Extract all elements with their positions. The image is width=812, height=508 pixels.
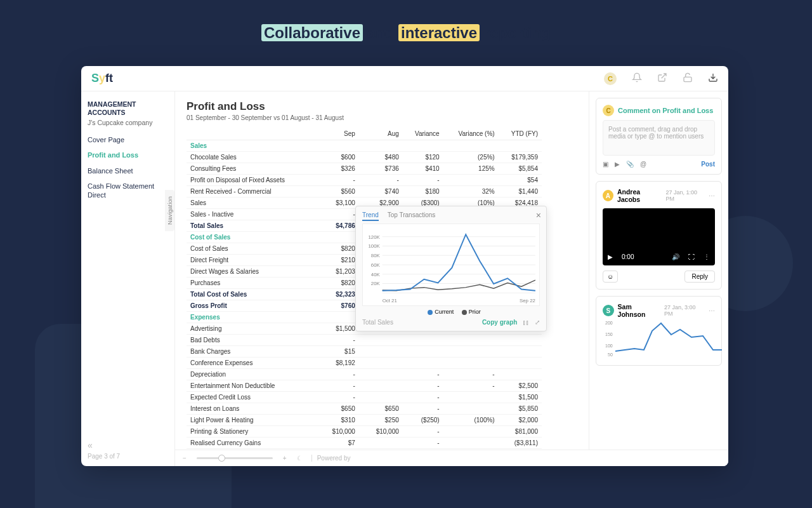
- svg-text:200: 200: [605, 321, 613, 325]
- close-icon[interactable]: ×: [536, 210, 541, 220]
- avatar-c: C: [603, 105, 614, 116]
- svg-rect-0: [684, 77, 691, 81]
- report-title: Profit and Loss: [187, 100, 577, 113]
- svg-text:40K: 40K: [371, 272, 381, 277]
- svg-text:50: 50: [608, 352, 613, 357]
- table-row[interactable]: Depreciation---: [187, 369, 542, 380]
- table-row[interactable]: Interest on Loans$650$650-$5,850: [187, 403, 542, 415]
- external-link-icon[interactable]: [657, 72, 667, 85]
- mention-icon[interactable]: @: [640, 161, 646, 168]
- comments-panel: C Comment on Profit and Loss Post a comm…: [589, 91, 728, 466]
- video-time: 0:00: [622, 253, 634, 260]
- comment-input[interactable]: Post a comment, drag and drop media or t…: [603, 120, 715, 156]
- comment-chart: 200 150 100 50: [603, 318, 723, 358]
- svg-text:100K: 100K: [368, 243, 380, 249]
- comment-user: Sam Johnson: [618, 303, 660, 318]
- expand-icon[interactable]: ⤢: [535, 319, 540, 326]
- table-header: YTD (FY): [499, 128, 542, 140]
- video-attachment[interactable]: ▶ 0:00 🔊 ⛶ ⋮: [603, 208, 715, 265]
- post-button[interactable]: Post: [701, 161, 715, 168]
- comment-card-1: A Andrea Jacobs 27 Jan, 1:00 PM ⋯ ▶ 0:00…: [596, 181, 722, 290]
- svg-text:20K: 20K: [371, 281, 381, 286]
- table-header: Variance: [403, 128, 443, 140]
- collapse-sidebar-icon[interactable]: «: [88, 440, 120, 450]
- sidebar-item-cashflow[interactable]: Cash Flow Statement Direct: [88, 182, 168, 200]
- bottom-bar: − + ☾ Powered by: [175, 450, 728, 466]
- play-icon[interactable]: ▶: [608, 253, 613, 260]
- comment-card-2: S Sam Johnson 27 Jan, 3:00 PM ⋯ 200 150 …: [596, 296, 722, 366]
- sidebar-item-balance[interactable]: Balance Sheet: [88, 166, 168, 175]
- trend-chart: 20K40K60K80K100K120K Oct 21 Sep 22: [362, 224, 540, 306]
- powered-by: Powered by: [311, 455, 351, 462]
- unlock-icon[interactable]: [683, 72, 693, 85]
- tab-top-transactions[interactable]: Top Transactions: [388, 211, 436, 221]
- table-header: Sep: [315, 128, 359, 140]
- copy-graph-button[interactable]: Copy graph: [482, 319, 518, 326]
- table-header: Aug: [359, 128, 403, 140]
- page-headline: Collaborative and interactive reporting: [0, 24, 812, 42]
- navigation-tab[interactable]: Navigation: [165, 190, 174, 231]
- comment-composer: C Comment on Profit and Loss Post a comm…: [596, 98, 722, 175]
- avatar-s: S: [603, 305, 614, 316]
- zoom-out-button[interactable]: −: [183, 455, 187, 462]
- zoom-slider[interactable]: [197, 457, 273, 459]
- logo: Syft: [91, 72, 113, 85]
- table-row[interactable]: Rent Received - Commercial$560$740$18032…: [187, 186, 542, 197]
- table-header: Variance (%): [443, 128, 499, 140]
- date-range: 01 September - 30 September vs 01 August…: [187, 114, 577, 121]
- zoom-in-button[interactable]: +: [283, 455, 287, 462]
- table-row[interactable]: Bank Charges$15: [187, 346, 542, 358]
- video-menu-icon[interactable]: ⋮: [704, 253, 710, 260]
- sidebar-heading: MANAGEMENT ACCOUNTS: [88, 100, 168, 116]
- table-row[interactable]: Bad Debts-: [187, 335, 542, 346]
- more-icon[interactable]: ⋯: [709, 307, 715, 314]
- sidebar-item-pnl[interactable]: Profit and Loss: [88, 150, 168, 159]
- table-row[interactable]: Sales: [187, 140, 542, 152]
- moon-icon[interactable]: ☾: [297, 455, 303, 462]
- table-row[interactable]: Profit on Disposal of Fixed Assets---$54: [187, 175, 542, 186]
- svg-text:80K: 80K: [371, 253, 381, 258]
- main-content: Profit and Loss 01 September - 30 Septem…: [175, 91, 589, 466]
- table-row[interactable]: Chocolate Sales$600$480$120(25%)$179,359: [187, 152, 542, 163]
- popup-footer-label: Total Sales: [362, 319, 393, 326]
- table-row[interactable]: Consulting Fees$326$736$410125%$5,854: [187, 163, 542, 175]
- svg-text:60K: 60K: [371, 262, 381, 268]
- tab-trend[interactable]: Trend: [362, 211, 379, 221]
- appbar: Syft C: [81, 66, 728, 91]
- fullscreen-icon[interactable]: ⛶: [688, 253, 695, 260]
- image-icon[interactable]: ▣: [603, 161, 608, 168]
- comment-header: Comment on Profit and Loss: [618, 107, 713, 114]
- attach-icon[interactable]: 📎: [626, 161, 634, 168]
- svg-text:100: 100: [605, 344, 613, 348]
- table-row[interactable]: Light Power & Heating$310$250($250)(100%…: [187, 415, 542, 426]
- company-name: J's Cupcake company: [88, 119, 168, 126]
- comment-user: Andrea Jacobs: [617, 188, 662, 203]
- avatar-badge[interactable]: C: [604, 72, 617, 85]
- reply-button[interactable]: Reply: [684, 271, 715, 283]
- sidebar-item-cover[interactable]: Cover Page: [88, 135, 168, 144]
- table-row[interactable]: Printing & Stationery$10,000$10,000-$81,…: [187, 426, 542, 438]
- sidebar: MANAGEMENT ACCOUNTS J's Cupcake company …: [81, 91, 175, 466]
- svg-text:Oct 21: Oct 21: [383, 298, 397, 304]
- table-row[interactable]: Conference Expenses$8,192: [187, 358, 542, 369]
- app-window: Syft C MANAGEMENT ACCOUNTS J's Cupcake c…: [81, 66, 728, 466]
- volume-icon[interactable]: 🔊: [672, 253, 679, 260]
- table-row[interactable]: Entertainment Non Deductible---$2,500: [187, 380, 542, 392]
- table-header: [187, 128, 315, 140]
- table-row[interactable]: Expected Credit Loss--$1,500: [187, 392, 542, 403]
- table-row[interactable]: Realised Currency Gains$7-($3,811): [187, 438, 542, 449]
- bell-icon[interactable]: [632, 72, 642, 85]
- comment-time: 27 Jan, 3:00 PM: [664, 304, 705, 317]
- emoji-button[interactable]: ☺: [603, 271, 618, 283]
- svg-text:150: 150: [605, 332, 613, 337]
- chart-legend: Current Prior: [362, 309, 540, 315]
- svg-text:Sep 22: Sep 22: [520, 298, 535, 304]
- page-indicator: Page 3 of 7: [88, 453, 120, 460]
- comment-time: 27 Jan, 1:00 PM: [666, 189, 705, 202]
- avatar-a: A: [603, 190, 613, 201]
- video-icon[interactable]: ▶: [615, 161, 620, 168]
- svg-text:120K: 120K: [368, 234, 380, 240]
- more-icon[interactable]: ⋯: [709, 192, 715, 199]
- chart-icon[interactable]: ⫿⫿: [523, 319, 529, 326]
- download-icon[interactable]: [708, 72, 718, 85]
